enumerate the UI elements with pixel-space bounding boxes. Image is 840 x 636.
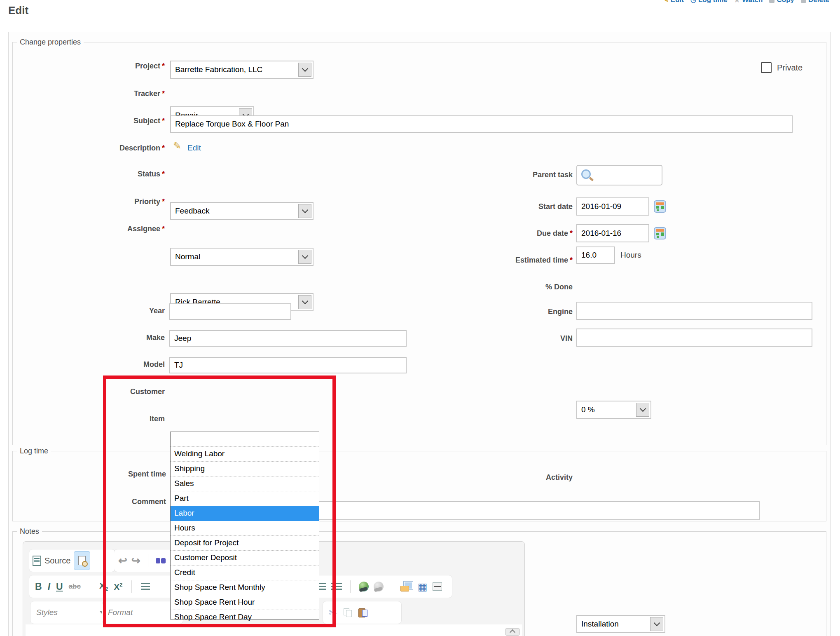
chevron-down-icon <box>636 403 649 417</box>
private-checkbox[interactable] <box>761 62 772 73</box>
due-date-input[interactable]: 2016-01-16 <box>576 224 649 242</box>
activity-value: Installation <box>581 620 619 629</box>
required-marker: * <box>160 170 165 178</box>
table-icon[interactable]: ▦ <box>418 582 428 591</box>
private-label: Private <box>777 63 803 73</box>
required-marker: * <box>568 229 573 237</box>
subject-label: Subject* <box>62 117 165 125</box>
due-date-label: Due date* <box>449 229 573 238</box>
required-marker: * <box>160 225 165 233</box>
scroll-up-button[interactable] <box>505 628 520 636</box>
start-date-label: Start date <box>449 202 573 211</box>
status-select[interactable]: Feedback <box>170 202 314 220</box>
strikethrough-button[interactable]: abc <box>69 582 81 591</box>
done-ratio-select[interactable]: 0 % <box>576 401 651 419</box>
description-edit-link[interactable]: Edit <box>187 143 201 153</box>
model-input[interactable]: TJ <box>169 357 407 373</box>
required-marker: * <box>160 89 165 98</box>
log-time-action-link[interactable]: ◷ Log time <box>690 0 728 4</box>
styles-dropdown-label: Styles <box>36 608 58 617</box>
project-select[interactable]: Barrette Fabrication, LLC <box>170 61 314 79</box>
horizontal-rule-icon[interactable] <box>433 582 442 591</box>
chevron-down-icon <box>298 204 311 218</box>
image-icon[interactable] <box>400 582 413 591</box>
star-icon: ★ <box>734 0 740 3</box>
source-document-icon <box>33 556 41 566</box>
required-marker: * <box>160 117 165 125</box>
delete-action-label: Delete <box>808 0 829 4</box>
estimated-time-input[interactable]: 16.0 <box>576 246 615 264</box>
log-time-action-label: Log time <box>698 0 728 4</box>
chevron-down-icon <box>298 63 311 77</box>
engine-label: Engine <box>449 307 573 316</box>
model-label: Model <box>62 360 165 369</box>
bold-button[interactable]: B <box>35 581 42 592</box>
calendar-icon[interactable] <box>654 227 666 239</box>
status-value: Feedback <box>175 207 209 216</box>
subject-input[interactable]: Replace Torque Box & Floor Pan <box>170 115 793 133</box>
watch-action-label: Watch <box>742 0 763 4</box>
parent-task-input[interactable] <box>576 165 662 185</box>
copy-doc-icon[interactable] <box>344 608 352 617</box>
search-icon <box>581 169 591 179</box>
pencil-icon: ✎ <box>663 0 668 3</box>
annotation-highlight-rectangle <box>103 375 336 627</box>
project-value: Barrette Fabrication, LLC <box>175 65 262 74</box>
toolbar-separator <box>392 580 392 593</box>
priority-select[interactable]: Normal <box>170 248 314 266</box>
copy-action-label: Copy <box>777 0 794 4</box>
source-button[interactable]: Source <box>44 556 70 566</box>
model-value: TJ <box>174 361 183 370</box>
required-marker: * <box>160 144 165 152</box>
activity-label: Activity <box>449 473 573 482</box>
styles-dropdown[interactable]: Styles <box>30 601 111 624</box>
make-value: Jeep <box>174 334 191 343</box>
link-icon[interactable] <box>359 582 369 591</box>
source-button-group: Source <box>29 549 115 572</box>
activity-select[interactable]: Installation <box>576 615 665 633</box>
priority-value: Normal <box>175 252 200 261</box>
unlink-icon[interactable] <box>374 582 384 591</box>
parent-task-label: Parent task <box>449 171 573 179</box>
start-date-input[interactable]: 2016-01-09 <box>576 197 649 216</box>
underline-button[interactable]: U <box>56 581 63 592</box>
make-input[interactable]: Jeep <box>169 330 407 347</box>
italic-button[interactable]: I <box>48 581 50 592</box>
chevron-down-icon <box>650 617 663 631</box>
chevron-down-icon <box>298 250 311 264</box>
estimated-time-value: 16.0 <box>581 251 597 260</box>
year-label: Year <box>62 307 165 315</box>
make-label: Make <box>62 333 165 342</box>
trash-icon <box>801 0 806 3</box>
engine-input[interactable] <box>576 302 812 320</box>
estimated-time-unit: Hours <box>620 251 641 260</box>
vin-label: VIN <box>449 334 573 343</box>
done-ratio-value: 0 % <box>581 405 595 414</box>
watch-action-link[interactable]: ★ Watch <box>734 0 763 4</box>
clock-plus-icon: ◷ <box>690 0 696 3</box>
edit-action-label: Edit <box>671 0 684 4</box>
magnifier-icon <box>82 561 88 567</box>
copy-icon <box>769 0 774 3</box>
subject-value: Replace Torque Box & Floor Pan <box>175 120 289 129</box>
pencil-icon: ✎ <box>173 140 181 152</box>
preview-button[interactable] <box>74 551 90 570</box>
estimated-time-label: Estimated time* <box>449 256 573 265</box>
vin-input[interactable] <box>576 329 812 347</box>
description-label: Description* <box>62 144 165 153</box>
project-label: Project* <box>62 62 165 70</box>
delete-action-link[interactable]: Delete <box>801 0 829 4</box>
page-title: Edit <box>8 4 28 17</box>
tracker-label: Tracker* <box>62 89 165 98</box>
assignee-label: Assignee* <box>62 225 165 233</box>
paste-icon[interactable] <box>358 608 367 617</box>
required-marker: * <box>160 197 165 206</box>
calendar-icon[interactable] <box>654 200 666 213</box>
copy-action-link[interactable]: Copy <box>769 0 794 4</box>
toolbar-separator <box>350 580 351 593</box>
edit-action-link[interactable]: ✎ Edit <box>663 0 684 4</box>
log-time-legend: Log time <box>17 447 51 455</box>
notes-legend: Notes <box>17 527 42 536</box>
priority-label: Priority* <box>62 197 165 206</box>
year-input[interactable] <box>169 303 291 320</box>
